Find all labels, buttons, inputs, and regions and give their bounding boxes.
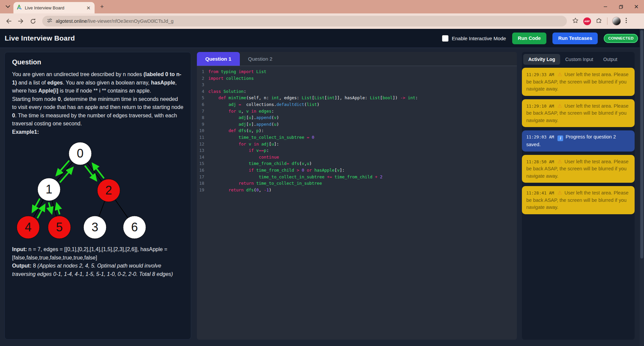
code-text: for v in adj[u]: [208,141,279,148]
app-header: Live Interview Board Enable Interactive … [0,29,644,48]
run-testcases-button[interactable]: Run Testcases [552,33,598,44]
svg-text:6: 6 [131,220,138,234]
line-number: 19 [197,187,208,193]
extensions-puzzle-icon[interactable] [596,17,602,25]
code-line[interactable]: 14 continue [197,154,517,161]
question-paragraph: You are given an undirected tree describ… [12,70,183,95]
log-timestamp: 11:28:41 AM [526,190,556,195]
code-text: continue [208,154,279,161]
tree-node-1: 1 [38,178,60,201]
interactive-mode-label: Enable Interactive Mode [452,36,506,41]
line-number: 3 [197,81,208,88]
reload-icon[interactable] [28,16,38,26]
code-line[interactable]: 10 def dfs(u, p): [197,127,517,134]
window-restore-button[interactable] [613,0,629,13]
line-number: 6 [197,101,208,108]
tree-diagram: 0124536 [11,137,183,242]
tab-search-button[interactable] [3,2,12,11]
code-line[interactable]: 11 time_to_collect_in_subtree = 0 [197,134,517,141]
code-line[interactable]: 9 adj[v].append(u) [197,121,517,128]
tree-node-2: 2 [97,179,120,202]
code-line[interactable]: 13 if v==p: [197,147,517,154]
code-line[interactable]: 15 time_from_child= dfs(v,u) [197,160,517,167]
interactive-mode-checkbox[interactable] [442,35,448,42]
browser-tab[interactable]: Live Interview Board ✕ [13,2,95,13]
code-line[interactable]: 18 return time_to_collect_in_subtree [197,180,517,187]
log-entry-warning: 11:28:50 AM ⚠ User left the test area. P… [522,155,635,183]
code-text: time_from_child= dfs(v,u) [208,160,312,167]
code-text: def dfs(u, p): [208,127,264,134]
tree-node-4: 4 [17,216,40,239]
example-input: Input: n = 7, edges = [[0,1],[0,2],[1,4]… [12,245,183,262]
tab-output[interactable]: Output [598,54,622,65]
url-bar[interactable]: algotest.online/live-viewer/nfOe3exnOyGw… [42,16,567,26]
activity-log-list: 11:29:33 AM ⚠ User left the test area. P… [522,68,635,214]
window-minimize-button[interactable] [598,0,613,13]
page-scrollbar[interactable] [640,29,644,346]
tab-question-1[interactable]: Question 1 [197,52,240,66]
code-line[interactable]: 6 adj = collections.defaultdict(list) [197,101,517,108]
line-number: 16 [197,167,208,174]
code-line[interactable]: 3 [197,81,517,88]
browser-tabstrip: Live Interview Board ✕ + ✕ [0,0,644,13]
question-paragraph: Starting from node 0, determine the mini… [12,95,183,128]
bookmark-star-icon[interactable] [572,17,579,25]
code-line[interactable]: 2import collections [197,75,517,82]
example-label: Example1: [12,128,183,136]
code-line[interactable]: 19 return dfs(0, -1) [197,187,517,193]
code-text: time_to_collect_in_subtree = 0 [208,134,314,141]
code-editor[interactable]: 1from typing import List2import collecti… [197,66,517,193]
tab-activity-log[interactable]: Activity Log [523,54,560,65]
log-timestamp: 11:28:50 AM [526,159,556,164]
warning-icon: ⚠ [556,103,563,109]
warning-icon: ⚠ [556,71,563,77]
url-path: /live-viewer/nfOe3exnOyGwD0lCTsJd_g [87,18,174,24]
connection-status-badge: CONNECTED [604,34,638,43]
log-entry-warning: 11:29:10 AM ⚠ User left the test area. P… [522,99,635,127]
code-line[interactable]: 16 if time_from_child > 0 or hasApple[v]… [197,167,517,174]
activity-panel: Activity Log Custom Input Output 11:29:3… [522,52,635,340]
profile-avatar[interactable] [612,17,621,25]
run-code-button[interactable]: Run Code [512,33,546,44]
browser-toolbar: algotest.online/live-viewer/nfOe3exnOyGw… [0,13,644,29]
code-line[interactable]: 17 time_to_collect_in_subtree += time_fr… [197,174,517,180]
code-text: def minTime(self, n: int, edges: List[Li… [208,95,418,101]
window-close-button[interactable]: ✕ [629,0,644,13]
new-tab-button[interactable]: + [97,2,107,11]
favicon-algotest-icon [17,4,22,11]
line-number: 10 [197,127,208,134]
back-icon[interactable] [3,16,14,26]
code-line[interactable]: 4class Solution: [197,88,517,95]
svg-text:1: 1 [46,182,52,196]
line-number: 8 [197,114,208,121]
info-icon: i [557,135,563,141]
browser-menu-icon[interactable] [626,18,627,24]
line-number: 4 [197,88,208,95]
log-timestamp: 11:29:33 AM [526,72,556,77]
code-line[interactable]: 7 for u, v in edges: [197,108,517,115]
line-number: 17 [197,174,208,180]
code-line[interactable]: 1from typing import List [197,68,517,75]
code-text: time_to_collect_in_subtree += time_from_… [208,174,382,180]
site-settings-icon[interactable] [47,18,52,24]
code-line[interactable]: 12 for v in adj[u]: [197,141,517,148]
svg-text:5: 5 [56,220,63,234]
svg-text:4: 4 [25,220,32,234]
adblock-extension-icon[interactable]: ABP [583,17,591,25]
activity-tab-bar: Activity Log Custom Input Output [522,52,635,65]
editor-panel: Question 1 Question 2 1from typing impor… [197,52,517,340]
code-text [208,81,211,88]
code-text: import collections [208,75,254,82]
tab-custom-input[interactable]: Custom Input [560,54,598,65]
code-text: for u, v in edges: [208,108,274,115]
tab-title: Live Interview Board [25,5,83,10]
forward-icon[interactable] [15,16,26,26]
code-line[interactable]: 8 adj[u].append(v) [197,114,517,121]
code-line[interactable]: 5 def minTime(self, n: int, edges: List[… [197,95,517,101]
tab-close-icon[interactable]: ✕ [86,5,91,10]
code-text: if v==p: [208,147,269,154]
line-number: 14 [197,154,208,161]
line-number: 11 [197,134,208,141]
tab-question-2[interactable]: Question 2 [240,52,281,66]
svg-text:3: 3 [92,220,98,234]
